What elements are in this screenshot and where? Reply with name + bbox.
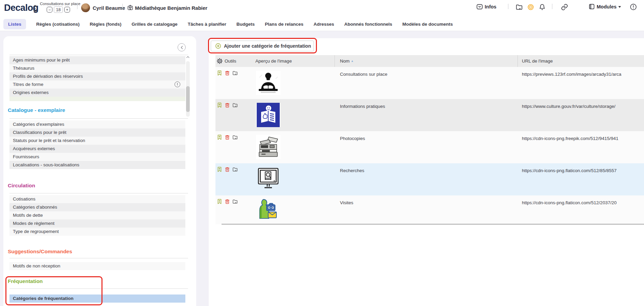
category-image-easy-read <box>255 103 281 127</box>
sidebar-item-acquereurs-externes[interactable]: Acquéreurs externes <box>9 145 185 153</box>
sidebar-item-ages-minimums[interactable]: Ages minimums pour le prêt <box>9 56 185 64</box>
header-divider <box>508 4 508 9</box>
modules-label: Modules <box>597 4 617 9</box>
header-divider <box>552 4 552 9</box>
sidebar-item-categories-frequentation[interactable]: Catégories de fréquentation <box>9 295 185 303</box>
tab-taches-planifier[interactable]: Tâches à planifier <box>188 22 226 27</box>
broadcast-icon[interactable] <box>527 3 534 11</box>
bookmark-add-icon[interactable] <box>216 70 223 76</box>
sidebar-item-motifs-de-dette[interactable]: Motifs de dette <box>9 211 185 219</box>
documents-folder-icon[interactable] <box>515 3 523 11</box>
sidebar-item-categories-abonnes[interactable]: Catégories d'abonnés <box>9 203 185 211</box>
add-category-label: Ajouter une catégorie de fréquentation <box>224 43 311 49</box>
column-divider <box>518 55 518 67</box>
sidebar-item-localisations[interactable]: Localisations - sous-localisations <box>9 161 185 169</box>
sort-asc-icon: ▲ <box>351 60 354 63</box>
category-image-photocopier <box>255 135 281 159</box>
scrollbar-up-icon[interactable] <box>186 56 190 58</box>
user-avatar[interactable] <box>81 3 90 12</box>
column-header-outils[interactable]: Outils <box>225 55 236 67</box>
row-url: https://previews.123rf.com/images/arcady… <box>522 72 621 77</box>
divider <box>9 55 188 55</box>
modules-menu[interactable]: Modules <box>589 3 621 10</box>
inbox-icon <box>476 3 483 10</box>
row-tools <box>216 134 238 140</box>
row-name: Informations pratiques <box>340 104 385 109</box>
table-row: Visites https://cdn-icons-png.flaticon.c… <box>215 195 644 224</box>
trash-icon[interactable] <box>224 198 230 205</box>
column-header-url[interactable]: URL de l'image <box>522 55 553 67</box>
table-row: Informations pratiques https://www.cultu… <box>215 99 644 131</box>
bookmark-add-icon[interactable] <box>216 198 223 205</box>
sidebar-item-categories-exemplaires[interactable]: Catégories d'exemplaires <box>9 120 185 128</box>
folder-icon[interactable] <box>232 134 238 140</box>
sidebar-item-modes-de-reglement[interactable]: Modes de règlement <box>9 219 185 228</box>
row-name: Recherches <box>340 168 364 173</box>
sidebar-item-fournisseurs[interactable]: Fournisseurs <box>9 153 185 161</box>
section-title-frequentation: Fréquentation <box>8 278 43 284</box>
folder-icon[interactable] <box>232 198 238 205</box>
category-image-person-reading <box>255 71 281 95</box>
folder-icon[interactable] <box>232 70 238 76</box>
tab-plans-relances[interactable]: Plans de relances <box>265 22 303 27</box>
tab-listes[interactable]: Listes <box>3 19 26 29</box>
tab-regles-fonds[interactable]: Règles (fonds) <box>90 22 121 27</box>
bookmark-add-icon[interactable] <box>216 102 223 108</box>
table-end-divider <box>222 224 644 225</box>
counter-decrement-button[interactable]: − <box>47 7 52 13</box>
alert-circle-icon[interactable] <box>630 3 637 10</box>
chevron-down-icon <box>618 6 621 8</box>
sidebar-item-thesaurus[interactable]: Thésaurus <box>9 64 185 72</box>
divider <box>9 118 188 119</box>
sidebar-item-titres-de-forme[interactable]: Titres de forme <box>9 80 185 89</box>
warning-circle-icon <box>175 81 180 87</box>
divider <box>9 193 188 193</box>
header-divider <box>77 4 77 9</box>
column-header-nom[interactable]: Nom▲ <box>340 55 353 67</box>
sidebar-item-cotisations[interactable]: Cotisations <box>9 195 185 203</box>
section-title-catalogue-exemplaire: Catalogue - exemplaire <box>8 107 65 113</box>
tab-adresses[interactable]: Adresses <box>314 22 334 27</box>
section-title-suggestions-commandes: Suggestions/Commandes <box>8 249 72 255</box>
user-name: Cyril Beaume <box>93 5 125 11</box>
sidebar-item-profils-derivation[interactable]: Profils de dérivation des réservoirs <box>9 72 185 80</box>
folder-icon[interactable] <box>232 102 238 108</box>
infos-button[interactable]: Infos <box>476 3 497 10</box>
sidebar-item-motifs-non-reception[interactable]: Motifs de non réception <box>9 262 185 270</box>
tab-budgets[interactable]: Budgets <box>236 22 255 27</box>
row-tools <box>216 166 238 172</box>
sidebar-scrollbar-thumb[interactable] <box>186 86 190 112</box>
column-header-apercu[interactable]: Aperçu de l'image <box>255 55 292 67</box>
add-category-button[interactable]: Ajouter une catégorie de fréquentation <box>211 41 314 51</box>
bookmark-add-icon[interactable] <box>216 134 223 140</box>
sidebar-collapse-button[interactable] <box>178 43 186 51</box>
trash-icon[interactable] <box>224 166 230 172</box>
library-building-icon <box>127 4 133 10</box>
lists-sidebar: Ages minimums pour le prêt Thésaurus Pro… <box>3 36 196 306</box>
trash-icon[interactable] <box>224 70 230 76</box>
divider <box>9 258 188 258</box>
tab-regles-cotisations[interactable]: Règles (cotisations) <box>36 22 79 27</box>
device-icon[interactable] <box>32 4 38 13</box>
counter-label: Consultations sur place <box>40 2 78 6</box>
bookmark-add-icon[interactable] <box>216 166 223 172</box>
sidebar-item-origines-externes[interactable]: Origines externes <box>9 89 185 97</box>
tab-abonnes-fonctionnels[interactable]: Abonnés fonctionnels <box>344 22 392 27</box>
link-icon[interactable] <box>561 3 568 11</box>
folder-icon[interactable] <box>232 166 238 172</box>
trash-icon[interactable] <box>224 102 230 108</box>
plus-circle-icon <box>215 43 221 49</box>
tab-modeles-documents[interactable]: Modèles de documents <box>402 22 453 27</box>
row-url: https://cdn-icons-png.flaticon.com/512/2… <box>522 200 617 205</box>
row-name: Visites <box>340 200 353 205</box>
counter-input[interactable] <box>54 6 63 13</box>
tab-grilles-catalogage[interactable]: Grilles de catalogage <box>132 22 178 27</box>
trash-icon[interactable] <box>224 134 230 140</box>
column-divider <box>335 55 335 67</box>
bell-icon[interactable] <box>538 3 546 11</box>
sidebar-item-type-de-regroupement[interactable]: Type de regroupement <box>9 228 185 236</box>
counter-increment-button[interactable]: + <box>64 7 70 13</box>
sidebar-item-classifications-pret[interactable]: Classifications pour le prêt <box>9 128 185 137</box>
sidebar-item-statuts-pret-reservation[interactable]: Statuts pour le prêt et la réservation <box>9 137 185 145</box>
modules-icon <box>589 3 595 10</box>
